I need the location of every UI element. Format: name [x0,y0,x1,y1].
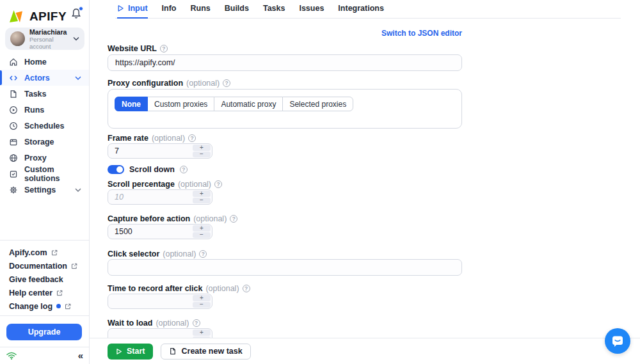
proxy-segmented-control: None Custom proxies Automatic proxy Sele… [115,97,455,111]
code-icon [9,74,18,83]
switch-to-json-editor-link[interactable]: Switch to JSON editor [108,29,462,38]
apify-logo[interactable]: APIFY [8,8,67,25]
storage-box-icon [9,138,18,146]
decrement-button[interactable]: − [193,198,211,204]
scroll-down-label: Scroll down [129,165,175,174]
scroll-percentage-field: + − [108,189,212,205]
notifications-button[interactable] [70,8,83,20]
globe-icon [9,154,18,162]
chevron-down-icon [73,36,79,41]
increment-button[interactable]: + [193,295,211,301]
capture-before-action-label: Capture before action (optional) [108,214,462,223]
scroll-down-toggle[interactable] [108,165,124,174]
play-circle-icon [9,106,18,115]
increment-button[interactable]: + [193,329,211,336]
sidebar-item-home[interactable]: Home [0,54,89,70]
account-name: Mariachiara [29,28,73,36]
gear-icon [9,186,18,194]
frame-rate-label: Frame rate (optional) [108,133,462,143]
link-apify-com[interactable]: Apify.com [9,246,85,259]
link-give-feedback[interactable]: Give feedback [9,273,85,286]
sidebar-nav: Home Actors Tasks [0,54,89,198]
external-link-icon [56,290,63,296]
tab-tasks[interactable]: Tasks [263,0,285,19]
decrement-button[interactable]: − [193,302,211,308]
tab-input[interactable]: Input [117,0,148,19]
play-icon [117,4,124,12]
help-icon[interactable] [223,79,230,87]
logo-text: APIFY [29,10,67,24]
website-url-input[interactable] [108,54,462,71]
decrement-button[interactable]: − [193,152,211,158]
chat-widget-button[interactable] [605,328,630,354]
tab-issues[interactable]: Issues [299,0,324,19]
website-url-label: Website URL [108,44,462,53]
help-icon[interactable] [188,134,196,142]
tab-builds[interactable]: Builds [225,0,249,19]
external-link-icon [71,263,77,269]
tab-info[interactable]: Info [162,0,177,19]
proxy-configuration-box: None Custom proxies Automatic proxy Sele… [108,89,462,129]
tab-runs[interactable]: Runs [190,0,210,19]
sidebar-item-proxy[interactable]: Proxy [0,150,89,166]
external-link-icon [51,249,58,256]
proxy-option-none[interactable]: None [115,97,148,111]
tab-integrations[interactable]: Integrations [338,0,384,19]
create-new-task-button[interactable]: Create new task [161,344,250,360]
run-bar: Start Create new task [90,338,640,364]
sidebar: APIFY Mariachiara Personal account [0,0,90,364]
sidebar-links: Apify.com Documentation Give feedback He… [9,246,85,313]
proxy-option-custom-proxies[interactable]: Custom proxies [147,97,214,111]
chevron-down-icon [75,75,81,80]
proxy-option-selected-proxies[interactable]: Selected proxies [282,97,353,111]
help-icon[interactable] [193,319,200,327]
help-icon[interactable] [214,180,222,188]
help-icon[interactable] [160,45,168,52]
sidebar-item-tasks[interactable]: Tasks [0,86,89,102]
click-selector-input[interactable] [108,259,462,276]
increment-button[interactable]: + [193,225,211,232]
sidebar-divider [0,240,89,241]
document-icon [169,347,177,355]
home-icon [9,58,18,67]
clock-icon [9,122,18,131]
decrement-button[interactable]: − [193,232,211,239]
sidebar-item-storage[interactable]: Storage [0,134,89,150]
link-change-log[interactable]: Change log [9,299,85,313]
link-help-center[interactable]: Help center [9,286,85,299]
wait-to-load-label: Wait to load (optional) [108,318,462,328]
time-to-record-label: Time to record after click (optional) [108,283,462,293]
link-documentation[interactable]: Documentation [9,259,85,273]
start-button[interactable]: Start [108,344,153,360]
collapse-sidebar-icon[interactable] [78,350,83,361]
upgrade-button[interactable]: Upgrade [6,324,82,340]
toggle-knob [116,166,123,173]
tab-bar: Input Info Runs Builds Tasks Issues Inte… [90,0,640,19]
sidebar-item-settings[interactable]: Settings [0,182,89,198]
sidebar-item-custom-solutions[interactable]: Custom solutions [0,166,89,182]
play-icon [116,348,122,355]
sidebar-divider [0,315,89,316]
sidebar-item-actors[interactable]: Actors [0,70,89,86]
sidebar-item-runs[interactable]: Runs [0,102,89,118]
help-icon[interactable] [199,250,207,258]
capture-before-action-field: + − [108,224,212,239]
increment-button[interactable]: + [193,191,211,197]
sidebar-item-schedules[interactable]: Schedules [0,118,89,134]
help-icon[interactable] [180,166,188,173]
account-type: Personal account [29,36,73,50]
time-to-record-field: + − [108,294,212,309]
notification-dot [79,6,83,11]
account-switcher[interactable]: Mariachiara Personal account [5,28,84,50]
apify-logo-icon [8,8,24,25]
proxy-configuration-label: Proxy configuration (optional) [108,78,462,88]
help-icon[interactable] [243,285,250,292]
frame-rate-field: + − [108,143,212,159]
wifi-status-icon [6,351,17,360]
help-icon[interactable] [230,215,237,223]
document-icon [9,90,18,99]
increment-button[interactable]: + [193,145,211,151]
avatar [10,31,25,46]
proxy-option-automatic-proxy[interactable]: Automatic proxy [214,97,283,111]
scroll-down-row: Scroll down [108,165,462,174]
